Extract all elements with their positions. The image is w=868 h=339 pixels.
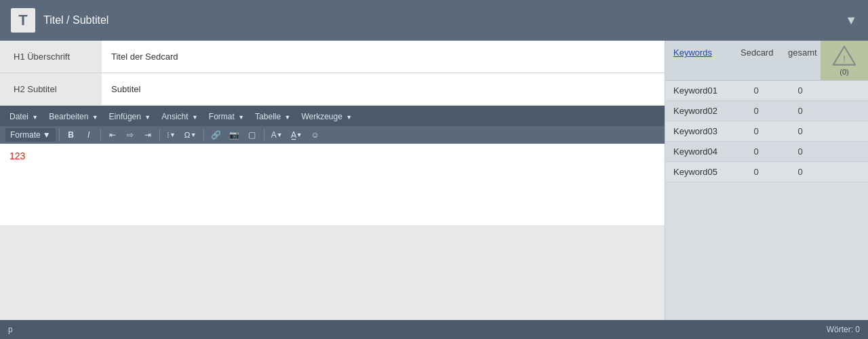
keyword-gesamt-5: 0 bbox=[780, 167, 821, 177]
keyword-sedcard-1: 0 bbox=[732, 85, 780, 96]
keyword-name-4: Keyword04 bbox=[665, 146, 732, 157]
statusbar-wordcount: Wörter: 0 bbox=[827, 325, 860, 334]
warning-icon-area: ! (0) bbox=[821, 41, 868, 80]
font-color-button[interactable]: A ▼ bbox=[268, 128, 286, 142]
header-left: T Titel / Subtitel bbox=[11, 8, 108, 33]
header-title: Titel / Subtitel bbox=[43, 14, 108, 26]
editor-container: Datei ▼ Bearbeiten ▼ Einfügen ▼ Ansicht … bbox=[0, 106, 665, 225]
menu-datei[interactable]: Datei ▼ bbox=[5, 110, 42, 123]
emoji-button[interactable]: ☺ bbox=[307, 128, 323, 142]
menu-einfuegen[interactable]: Einfügen ▼ bbox=[105, 110, 155, 123]
h2-label: H2 Subtitel bbox=[0, 73, 102, 105]
content-area: H1 Überschrift Titel der Sedcard H2 Subt… bbox=[0, 41, 665, 339]
keyword-gesamt-2: 0 bbox=[780, 106, 821, 116]
align-left-button[interactable]: ⇤ bbox=[104, 128, 121, 142]
keyword-row-3: Keyword03 0 0 bbox=[665, 121, 868, 142]
align-right-button[interactable]: ⇥ bbox=[140, 128, 156, 142]
keyword-sedcard-4: 0 bbox=[732, 146, 780, 157]
keyword-name-5: Keyword05 bbox=[665, 167, 732, 177]
bold-button[interactable]: B bbox=[63, 128, 79, 142]
keywords-header: Keywords Sedcard gesamt ! (0) bbox=[665, 41, 868, 81]
toolbar-sep-2 bbox=[100, 129, 101, 141]
keyword-sedcard-5: 0 bbox=[732, 167, 780, 177]
align-center-button[interactable]: ⇨ bbox=[122, 128, 138, 142]
formats-button[interactable]: Formate ▼ bbox=[5, 128, 56, 142]
keywords-col-keywords[interactable]: Keywords bbox=[665, 41, 732, 80]
keywords-col-sedcard: Sedcard bbox=[732, 41, 780, 80]
keyword-gesamt-3: 0 bbox=[780, 126, 821, 136]
menu-bearbeiten[interactable]: Bearbeiten ▼ bbox=[45, 110, 102, 123]
keyword-gesamt-4: 0 bbox=[780, 146, 821, 157]
ordered-list-button[interactable]: Ω ▼ bbox=[181, 128, 200, 142]
keyword-name-3: Keyword03 bbox=[665, 126, 732, 136]
t-icon: T bbox=[11, 8, 35, 33]
keyword-row-4: Keyword04 0 0 bbox=[665, 142, 868, 162]
main-container: H1 Überschrift Titel der Sedcard H2 Subt… bbox=[0, 41, 868, 339]
header: T Titel / Subtitel ▼ bbox=[0, 0, 868, 41]
menu-tabelle[interactable]: Tabelle ▼ bbox=[251, 110, 294, 123]
keyword-name-1: Keyword01 bbox=[665, 85, 732, 96]
menu-werkzeuge[interactable]: Werkzeuge ▼ bbox=[297, 110, 356, 123]
keyword-sedcard-3: 0 bbox=[732, 126, 780, 136]
statusbar-path: p bbox=[8, 325, 13, 334]
media-button[interactable]: ▢ bbox=[244, 128, 260, 142]
keyword-gesamt-1: 0 bbox=[780, 85, 821, 96]
editor-body[interactable]: 123 bbox=[0, 144, 665, 225]
keyword-row-5: Keyword05 0 0 bbox=[665, 162, 868, 182]
link-button[interactable]: 🔗 bbox=[208, 128, 224, 142]
keyword-sedcard-2: 0 bbox=[732, 106, 780, 116]
toolbar-sep-4 bbox=[203, 129, 204, 141]
header-dropdown-icon[interactable]: ▼ bbox=[845, 14, 857, 28]
svg-text:!: ! bbox=[843, 54, 846, 64]
warning-count: (0) bbox=[840, 68, 848, 76]
toolbar-sep-1 bbox=[59, 129, 60, 141]
keywords-panel: Keywords Sedcard gesamt ! (0) Keyword01 … bbox=[665, 41, 868, 339]
toolbar-sep-5 bbox=[264, 129, 264, 141]
h1-value[interactable]: Titel der Sedcard bbox=[102, 41, 665, 73]
image-button[interactable]: 📷 bbox=[226, 128, 243, 142]
title-part2: Subtitel bbox=[73, 14, 108, 26]
h1-field-row: H1 Überschrift Titel der Sedcard bbox=[0, 41, 665, 73]
unordered-list-button[interactable]: ⁝ ▼ bbox=[163, 128, 180, 142]
editor-statusbar: p Wörter: 0 bbox=[0, 320, 868, 339]
title-separator: / bbox=[64, 14, 73, 26]
h1-label: H1 Überschrift bbox=[0, 41, 102, 73]
editor-wrapper: Datei ▼ Bearbeiten ▼ Einfügen ▼ Ansicht … bbox=[0, 106, 665, 225]
warning-icon: ! bbox=[832, 45, 856, 66]
h2-field-row: H2 Subtitel Subtitel bbox=[0, 73, 665, 106]
h2-value[interactable]: Subtitel bbox=[102, 73, 665, 105]
italic-button[interactable]: I bbox=[81, 128, 97, 142]
editor-menubar: Datei ▼ Bearbeiten ▼ Einfügen ▼ Ansicht … bbox=[0, 107, 665, 126]
menu-ansicht[interactable]: Ansicht ▼ bbox=[157, 110, 202, 123]
keyword-row-1: Keyword01 0 0 bbox=[665, 81, 868, 101]
menu-format[interactable]: Format ▼ bbox=[205, 110, 248, 123]
keyword-name-2: Keyword02 bbox=[665, 106, 732, 116]
keyword-row-2: Keyword02 0 0 bbox=[665, 101, 868, 121]
toolbar-sep-3 bbox=[159, 129, 160, 141]
keywords-col-gesamt: gesamt bbox=[780, 41, 821, 80]
title-part1: Titel bbox=[43, 14, 64, 26]
bg-color-button[interactable]: A̲ ▼ bbox=[288, 128, 306, 142]
editor-toolbar: Formate ▼ B I ⇤ ⇨ ⇥ ⁝ ▼ Ω ▼ 🔗 📷 ▢ bbox=[0, 126, 665, 144]
